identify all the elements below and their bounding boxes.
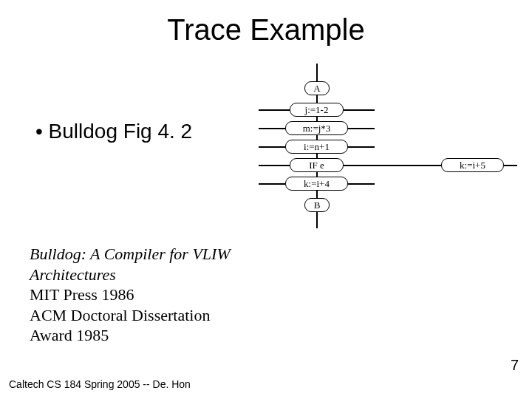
node-i: i:=n+1: [285, 140, 348, 154]
node-if: IF e: [290, 158, 344, 172]
edge: [259, 165, 290, 166]
edge: [348, 128, 375, 129]
edge: [316, 191, 318, 198]
node-B: B: [304, 198, 330, 212]
edge: [375, 165, 441, 166]
edge: [259, 109, 290, 111]
flow-diagram: A j:=1-2 m:=j*3 i:=n+1 IF e k:=i+4 B k:=…: [244, 64, 517, 233]
node-m: m:=j*3: [285, 121, 348, 135]
page-number: 7: [511, 357, 519, 374]
bullet-text: Bulldog Fig 4. 2: [49, 120, 193, 143]
node-k5: k:=i+5: [441, 158, 504, 172]
edge: [344, 165, 375, 166]
edge: [259, 183, 285, 185]
reference-book-title: Bulldog: A Compiler for VLIW Architectur…: [30, 245, 231, 284]
bullet-item: • Bulldog Fig 4. 2: [35, 120, 192, 143]
edge: [316, 64, 318, 81]
edge: [348, 146, 375, 148]
edge: [344, 109, 375, 111]
edge: [316, 212, 318, 228]
reference-block: Bulldog: A Compiler for VLIW Architectur…: [30, 244, 251, 346]
footer-text: Caltech CS 184 Spring 2005 -- De. Hon: [9, 378, 191, 390]
reference-line-1: MIT Press 1986: [30, 285, 134, 304]
edge: [259, 128, 285, 129]
reference-line-2: ACM Doctoral Dissertation Award 1985: [30, 306, 210, 345]
edge: [504, 165, 517, 166]
node-A: A: [304, 81, 330, 95]
edge: [348, 183, 375, 185]
edge: [316, 95, 318, 103]
node-k4: k:=i+4: [285, 177, 348, 191]
edge: [259, 146, 285, 148]
slide-title: Trace Example: [0, 0, 532, 47]
node-j: j:=1-2: [290, 103, 344, 117]
